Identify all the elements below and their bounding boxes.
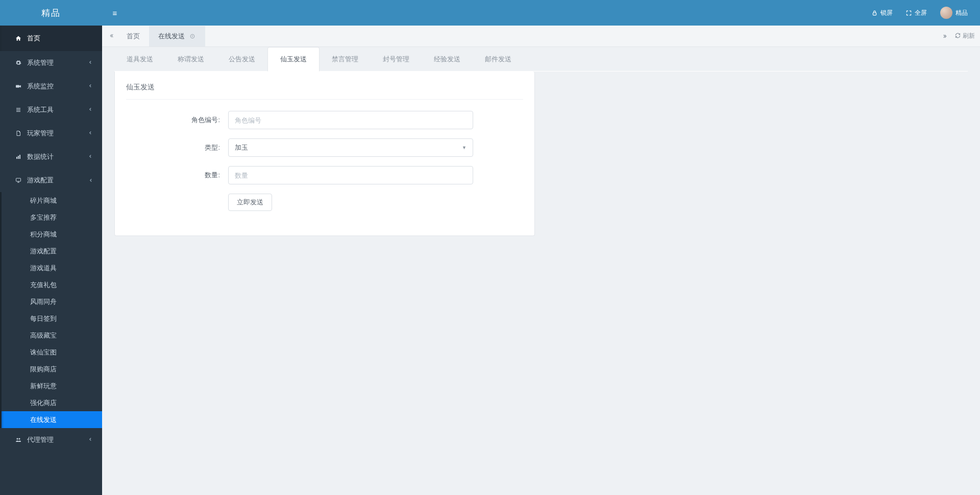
type-selected: 加玉: [235, 143, 248, 152]
sidebar-game-config[interactable]: 游戏配置: [0, 169, 102, 192]
sidebar-sub-9[interactable]: 诛仙宝图: [2, 344, 102, 361]
tabs-scroll-left[interactable]: [105, 33, 117, 40]
close-icon[interactable]: [189, 33, 196, 40]
chart-icon: [14, 154, 23, 160]
chevron-left-icon: [88, 130, 93, 136]
sidebar-sub-0[interactable]: 碎片商城: [2, 192, 102, 209]
topbar-left: 精品 ≡: [0, 0, 128, 26]
hamburger-icon: ≡: [113, 9, 117, 17]
feature-tab-5[interactable]: 封号管理: [371, 48, 422, 71]
submit-button[interactable]: 立即发送: [228, 194, 272, 211]
feature-tab-0[interactable]: 道具发送: [114, 48, 165, 71]
gear-icon: [14, 60, 23, 66]
sidebar-sub-11[interactable]: 新鲜玩意: [2, 378, 102, 394]
list-icon: [14, 107, 23, 113]
sidebar-group-label: 系统工具: [27, 105, 54, 114]
sidebar-sub-10[interactable]: 限购商店: [2, 361, 102, 378]
sidebar-group-4[interactable]: 数据统计: [0, 145, 102, 169]
sidebar-agent-label: 代理管理: [27, 435, 54, 444]
lock-label: 锁屏: [880, 9, 893, 17]
chevron-down-icon: [87, 178, 93, 183]
sidebar-sub-4[interactable]: 游戏道具: [2, 260, 102, 276]
sidebar-agent[interactable]: 代理管理: [0, 428, 102, 452]
sidebar-group-0[interactable]: 系统管理: [0, 51, 102, 75]
topbar: 精品 ≡ 锁屏 全屏 精品: [0, 0, 980, 26]
brand-logo[interactable]: 精品: [0, 0, 102, 26]
tabstrip: 首页在线发送 刷新: [102, 26, 980, 47]
page-tab-label: 在线发送: [158, 32, 185, 41]
feature-tabs: 道具发送称谓发送公告发送仙玉发送禁言管理封号管理经验发送邮件发送: [114, 47, 968, 72]
row-role: 角色编号:: [126, 111, 523, 129]
svg-rect-4: [19, 155, 20, 159]
topbar-right: 锁屏 全屏 精品: [866, 0, 980, 26]
type-label: 类型:: [126, 143, 228, 152]
sidebar-home[interactable]: 首页: [0, 26, 102, 51]
sidebar-group-1[interactable]: 系统监控: [0, 75, 102, 98]
sidebar-group-label: 系统监控: [27, 82, 54, 91]
tabs-scroll-right[interactable]: [943, 34, 948, 39]
sidebar-sub-2[interactable]: 积分商城: [2, 226, 102, 243]
sidebar: 首页 系统管理系统监控系统工具玩家管理数据统计 游戏配置 碎片商城多宝推荐积分商…: [0, 26, 102, 495]
home-icon: [14, 35, 23, 41]
svg-rect-5: [16, 178, 21, 181]
sidebar-group-3[interactable]: 玩家管理: [0, 122, 102, 145]
monitor-icon: [14, 177, 23, 183]
sidebar-sub-5[interactable]: 充值礼包: [2, 276, 102, 293]
row-type: 类型: 加玉 ▼: [126, 138, 523, 157]
role-input[interactable]: [228, 111, 473, 129]
lock-icon: [872, 10, 877, 16]
user-menu[interactable]: 精品: [934, 0, 974, 26]
feature-tab-6[interactable]: 经验发送: [422, 48, 473, 71]
type-select[interactable]: 加玉 ▼: [228, 138, 473, 157]
lock-button[interactable]: 锁屏: [866, 0, 899, 26]
sidebar-sub-6[interactable]: 风雨同舟: [2, 293, 102, 310]
sidebar-group-2[interactable]: 系统工具: [0, 98, 102, 122]
sidebar-sub-7[interactable]: 每日签到: [2, 310, 102, 327]
sidebar-group-label: 系统管理: [27, 58, 54, 67]
feature-tab-3[interactable]: 仙玉发送: [267, 47, 320, 72]
chevron-left-icon: [88, 60, 93, 66]
feature-tab-1[interactable]: 称谓发送: [165, 48, 216, 71]
feature-tab-2[interactable]: 公告发送: [216, 48, 267, 71]
sidebar-sub-13[interactable]: 在线发送: [2, 411, 102, 428]
qty-label: 数量:: [126, 171, 228, 180]
svg-rect-2: [16, 157, 17, 159]
qty-input[interactable]: [228, 166, 473, 184]
page-tab-0[interactable]: 首页: [117, 26, 149, 46]
form-panel: 仙玉发送 角色编号: 类型: 加玉 ▼ 数量:: [114, 72, 535, 236]
svg-rect-0: [873, 13, 876, 15]
sidebar-sub-3[interactable]: 游戏配置: [2, 243, 102, 260]
tabstrip-actions: 刷新: [943, 32, 975, 40]
svg-rect-1: [16, 85, 19, 88]
chevron-left-icon: [88, 154, 93, 160]
panel-title: 仙玉发送: [126, 83, 523, 100]
sidebar-game-subitems: 碎片商城多宝推荐积分商城游戏配置游戏道具充值礼包风雨同舟每日签到高级藏宝诛仙宝图…: [0, 192, 102, 428]
row-submit: 立即发送: [126, 194, 523, 211]
avatar: [940, 7, 952, 19]
sidebar-sub-12[interactable]: 强化商店: [2, 394, 102, 411]
chevron-left-icon: [88, 83, 93, 89]
sidebar-game-label: 游戏配置: [27, 176, 54, 185]
feature-tab-7[interactable]: 邮件发送: [473, 48, 524, 71]
sidebar-group-label: 数据统计: [27, 152, 54, 161]
chevron-left-icon: [88, 437, 93, 443]
file-icon: [14, 130, 23, 136]
main: 首页在线发送 刷新 道具发送称谓发送公告发送仙玉发送禁言管理封号管理经验发送邮件…: [102, 26, 980, 495]
refresh-icon: [955, 33, 961, 40]
page-tab-1[interactable]: 在线发送: [149, 26, 205, 46]
caret-down-icon: ▼: [462, 145, 467, 150]
sidebar-toggle[interactable]: ≡: [102, 0, 128, 26]
fullscreen-icon: [906, 10, 912, 16]
feature-tab-4[interactable]: 禁言管理: [320, 48, 371, 71]
sidebar-sub-1[interactable]: 多宝推荐: [2, 209, 102, 226]
svg-rect-3: [18, 156, 19, 159]
user-name: 精品: [955, 9, 968, 17]
sidebar-sub-8[interactable]: 高级藏宝: [2, 327, 102, 344]
fullscreen-label: 全屏: [915, 9, 927, 17]
refresh-button[interactable]: 刷新: [955, 32, 975, 40]
row-qty: 数量:: [126, 166, 523, 184]
users-icon: [14, 437, 23, 443]
fullscreen-button[interactable]: 全屏: [900, 0, 933, 26]
chevron-left-icon: [88, 107, 93, 113]
svg-point-6: [17, 438, 18, 440]
